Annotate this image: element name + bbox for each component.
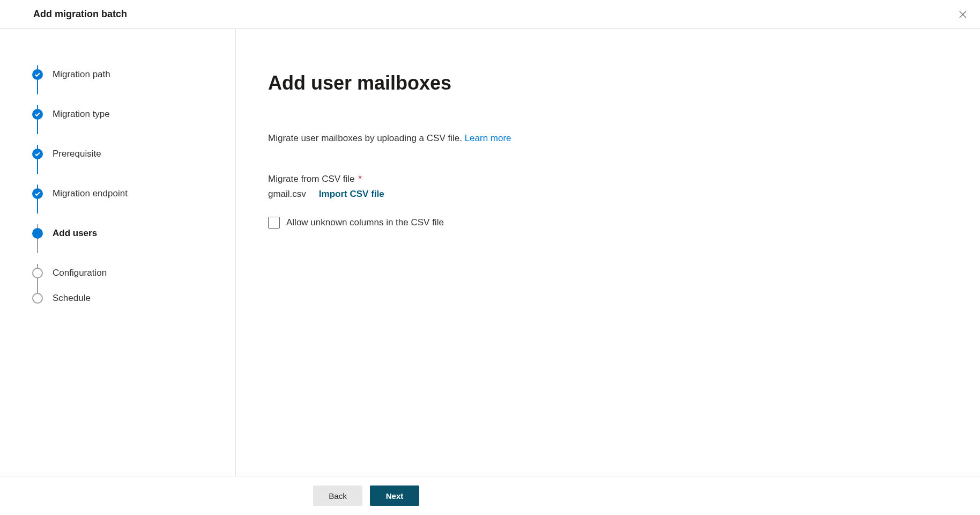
step-add-users[interactable]: Add users — [32, 214, 222, 253]
field-label-text: Migrate from CSV file — [268, 174, 355, 184]
step-indicator-pending — [32, 268, 43, 278]
step-label: Prerequisite — [53, 149, 101, 159]
dialog-header: Add migration batch — [0, 0, 980, 29]
step-indicator-completed — [32, 149, 43, 159]
description: Migrate user mailboxes by uploading a CS… — [268, 133, 948, 144]
step-prerequisite[interactable]: Prerequisite — [32, 134, 222, 174]
step-label: Migration path — [53, 69, 110, 80]
checkbox-label: Allow unknown columns in the CSV file — [286, 217, 444, 228]
wizard-steps: Migration path Migration type Prerequisi… — [32, 55, 222, 309]
step-schedule: Schedule — [32, 293, 222, 309]
step-migration-type[interactable]: Migration type — [32, 94, 222, 134]
step-label: Schedule — [53, 293, 91, 304]
description-text: Migrate user mailboxes by uploading a CS… — [268, 133, 465, 143]
allow-unknown-columns-checkbox[interactable] — [268, 217, 280, 229]
next-button[interactable]: Next — [370, 485, 419, 506]
step-configuration: Configuration — [32, 253, 222, 293]
main-content: Add user mailboxes Migrate user mailboxe… — [236, 29, 980, 476]
dialog-body: Migration path Migration type Prerequisi… — [0, 29, 980, 476]
check-icon — [34, 190, 41, 197]
check-icon — [34, 71, 41, 78]
close-icon — [959, 10, 967, 19]
step-migration-endpoint[interactable]: Migration endpoint — [32, 174, 222, 214]
check-icon — [34, 111, 41, 117]
step-migration-path[interactable]: Migration path — [32, 55, 222, 94]
csv-field-label: Migrate from CSV file * — [268, 174, 948, 185]
step-label: Migration type — [53, 109, 110, 120]
step-label: Add users — [53, 228, 97, 239]
check-icon — [34, 151, 41, 157]
learn-more-link[interactable]: Learn more — [465, 133, 511, 143]
wizard-sidebar: Migration path Migration type Prerequisi… — [0, 29, 236, 476]
step-indicator-completed — [32, 69, 43, 80]
close-button[interactable] — [956, 8, 969, 21]
step-indicator-pending — [32, 293, 43, 304]
file-row: gmail.csv Import CSV file — [268, 189, 948, 200]
step-indicator-completed — [32, 109, 43, 120]
selected-file-name: gmail.csv — [268, 189, 306, 200]
import-csv-button[interactable]: Import CSV file — [319, 189, 384, 200]
step-indicator-current — [32, 228, 43, 239]
dialog-title: Add migration batch — [33, 9, 127, 20]
step-indicator-completed — [32, 188, 43, 199]
dialog-footer: Back Next — [0, 476, 980, 515]
step-label: Migration endpoint — [53, 188, 128, 199]
back-button[interactable]: Back — [313, 485, 362, 506]
allow-unknown-columns-row: Allow unknown columns in the CSV file — [268, 217, 948, 229]
page-title: Add user mailboxes — [268, 72, 948, 94]
step-label: Configuration — [53, 268, 107, 278]
required-indicator: * — [356, 174, 362, 184]
